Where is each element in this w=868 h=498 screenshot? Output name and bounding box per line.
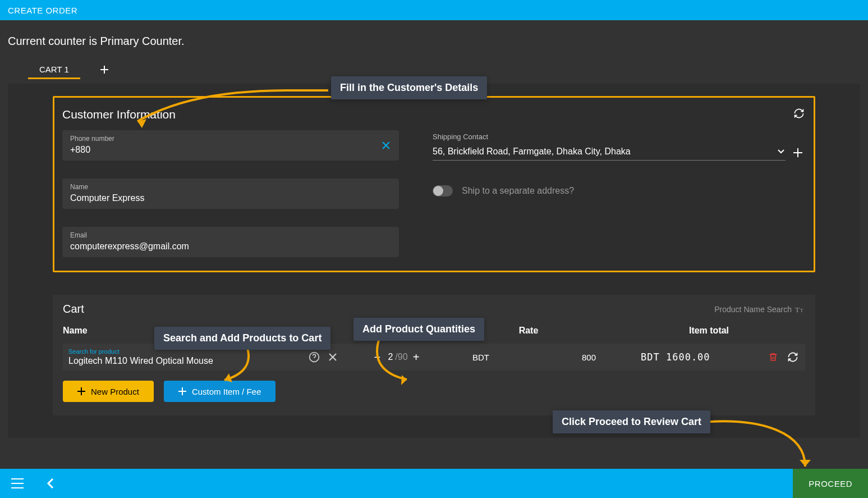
menu-button[interactable] (8, 475, 27, 492)
svg-text:T: T (795, 305, 800, 313)
close-icon (382, 141, 390, 149)
item-total-value: BDT 1600.00 (641, 351, 710, 363)
shipping-contact-select[interactable]: 56, Brickfield Road, Farmgate, Dhaka Cit… (433, 144, 786, 161)
rate-cell[interactable]: BDT 800 (450, 344, 618, 371)
hamburger-icon (11, 478, 24, 488)
main-area: Current counter is Primary Counter. CART… (0, 20, 868, 469)
search-mini-label: Search for product (68, 348, 120, 355)
cart-title: Cart (63, 303, 805, 316)
phone-value: +880 (70, 145, 391, 155)
ship-separate-label: Ship to a separate address? (462, 186, 574, 196)
chevron-left-icon (46, 478, 54, 489)
counter-text: Current counter is Primary Counter. (0, 20, 868, 53)
close-icon[interactable] (329, 353, 337, 361)
product-name-value: Logitech M110 Wired Optical Mouse (68, 356, 213, 366)
name-value: Computer Express (70, 193, 391, 203)
proceed-button[interactable]: PROCEED (793, 469, 868, 498)
custom-item-button[interactable]: Custom Item / Fee (164, 381, 275, 402)
delete-icon[interactable] (768, 351, 778, 363)
refresh-icon[interactable] (787, 351, 798, 363)
refresh-icon (793, 108, 805, 119)
cart-panel: Cart Product Name Search TT Name Quantit… (53, 295, 815, 415)
phone-label: Phone number (70, 135, 391, 143)
email-field[interactable]: Email computerexpress@gmail.com (62, 227, 399, 257)
plus-icon (793, 148, 802, 157)
product-name-search[interactable]: Product Name Search TT (714, 305, 805, 314)
ship-separate-toggle[interactable] (433, 185, 453, 197)
content-panel: Customer Information Phone number +880 N… (8, 84, 860, 438)
add-tab-button[interactable] (100, 66, 108, 74)
rate-currency: BDT (472, 353, 489, 362)
email-label: Email (70, 231, 391, 239)
callout-fill-customer: Fill in the Customer's Details (331, 76, 487, 99)
plus-icon (77, 387, 85, 395)
qty-max: /90 (395, 352, 407, 362)
custom-item-label: Custom Item / Fee (192, 387, 261, 396)
toggle-knob (433, 186, 443, 196)
plus-icon (178, 387, 186, 395)
qty-plus-button[interactable]: + (408, 344, 425, 371)
tab-cart-1[interactable]: CART 1 (28, 60, 80, 79)
item-total-cell: BDT 1600.00 (624, 344, 805, 371)
chevron-down-icon (778, 149, 784, 154)
text-format-icon: TT (795, 305, 805, 313)
customer-information-panel: Customer Information Phone number +880 N… (53, 96, 815, 272)
email-value: computerexpress@gmail.com (70, 241, 391, 252)
proceed-label: PROCEED (809, 479, 852, 488)
add-shipping-button[interactable] (793, 148, 802, 157)
col-item-total: Item total (613, 326, 805, 336)
product-search-label: Product Name Search (714, 305, 792, 314)
phone-field[interactable]: Phone number +880 (62, 130, 399, 161)
callout-proceed: Click Proceed to Review Cart (553, 410, 710, 433)
callout-add-quantities: Add Product Quantities (353, 318, 484, 341)
help-icon[interactable] (309, 351, 320, 363)
shipping-contact-label: Shipping Contact (433, 133, 806, 141)
new-product-label: New Product (91, 387, 139, 396)
top-bar: CREATE ORDER (0, 0, 868, 20)
callout-search-products: Search and Add Products to Cart (154, 327, 330, 350)
svg-text:T: T (800, 308, 803, 313)
shipping-address-value: 56, Brickfield Road, Farmgate, Dhaka Cit… (433, 147, 631, 157)
back-button[interactable] (43, 474, 57, 492)
customer-title: Customer Information (62, 108, 806, 121)
refresh-customer-button[interactable] (793, 108, 805, 119)
new-product-button[interactable]: New Product (63, 381, 154, 402)
page-title: CREATE ORDER (8, 6, 77, 15)
bottom-bar: PROCEED (0, 469, 868, 498)
name-field[interactable]: Name Computer Express (62, 179, 399, 209)
qty-minus-button[interactable]: − (369, 344, 385, 371)
clear-phone-button[interactable] (382, 141, 390, 149)
name-label: Name (70, 183, 391, 191)
plus-icon (100, 66, 108, 74)
qty-value: 2 (385, 352, 395, 362)
quantity-stepper: − 2 /90 + (349, 344, 444, 371)
rate-value: 800 (582, 353, 596, 362)
